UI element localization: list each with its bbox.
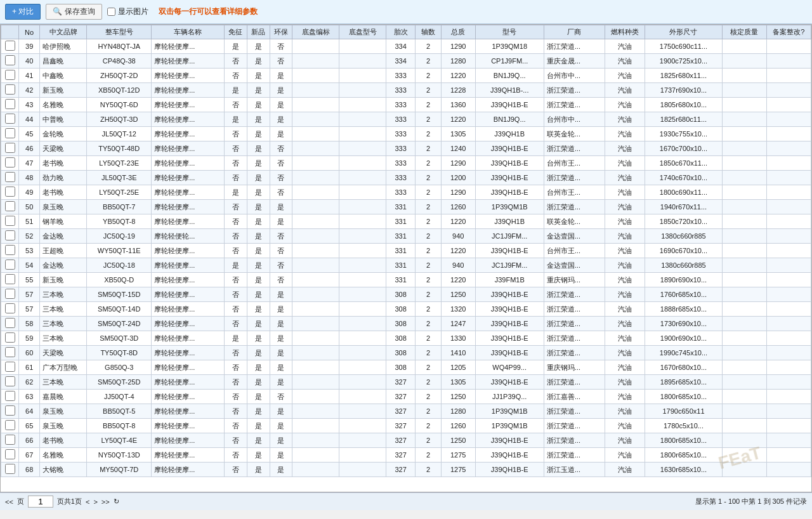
row-chassis2	[339, 404, 386, 419]
row-pub3: 否	[270, 258, 292, 273]
row-check[interactable]	[1, 112, 19, 127]
row-check[interactable]	[1, 448, 19, 463]
row-chassis2	[339, 69, 386, 83]
table-row[interactable]: 68大铭晚MY50QT-7D摩轮轻便摩...否是是32721275J39QH1B…	[1, 463, 811, 477]
row-model: SM50QT-15D	[87, 287, 152, 302]
row-check[interactable]	[1, 141, 19, 156]
row-check[interactable]	[1, 331, 19, 346]
row-weight: 940	[441, 229, 475, 244]
row-check[interactable]	[1, 302, 19, 317]
row-cert-type: 汽油	[605, 83, 645, 98]
nav-next[interactable]: >	[93, 498, 97, 506]
th-check	[1, 25, 19, 39]
row-check[interactable]	[1, 39, 19, 54]
table-row[interactable]: 63嘉晨晚JJ50QT-4摩轮轻便摩...否是否32721250JJ1P39Q.…	[1, 390, 811, 404]
nav-prev[interactable]: <	[86, 498, 89, 506]
table-row[interactable]: 57三本晚SM50QT-14D摩轮轻便摩...否是是30821320J39QH1…	[1, 302, 811, 317]
row-weight: 1320	[441, 302, 475, 317]
table-row[interactable]: 57三本晚SM50QT-15D摩轮轻便摩...否是是30821250J39QH1…	[1, 287, 811, 302]
show-image-label[interactable]: 显示图片	[107, 6, 148, 17]
table-row[interactable]: 49老书晚LY50QT-25E摩轮轻便摩...是是否33321290J39QH1…	[1, 185, 811, 200]
table-row[interactable]: 45金轮晚JL50QT-12摩轮轻便摩...否是是33321305J39QH1B…	[1, 127, 811, 141]
table-row[interactable]: 46天梁晚TY50QT-48D摩轮轻便摩...否是否33321240J39QH1…	[1, 141, 811, 156]
row-load	[722, 404, 766, 419]
table-row[interactable]: 43名雅晚NY50QT-6D摩轮轻便摩...否是是33321360J39QH1B…	[1, 98, 811, 112]
row-check[interactable]	[1, 419, 19, 433]
row-check[interactable]	[1, 156, 19, 171]
show-image-checkbox[interactable]	[107, 8, 115, 16]
row-weight: 1250	[441, 287, 475, 302]
table-row[interactable]: 54金达晚JC50Q-18摩轮轻便摩...是是否3312940JC1J9FM..…	[1, 258, 811, 273]
row-cert-type: 汽油	[605, 69, 645, 83]
row-cert-type: 汽油	[605, 346, 645, 360]
row-pub3: 是	[270, 404, 292, 419]
row-pub3: 否	[270, 141, 292, 156]
table-row[interactable]: 52金达晚JC50Q-19摩轮轻便轮...否是否3312940JC1J9FM..…	[1, 229, 811, 244]
row-check[interactable]	[1, 54, 19, 69]
table-row[interactable]: 67名雅晚NY50QT-13D摩轮轻便摩...否是是32721275J39QH1…	[1, 448, 811, 463]
table-row[interactable]: 39哈伊照晚HYN48QT-JA摩轮轻便摩...是是否334212901P39Q…	[1, 39, 811, 54]
row-check[interactable]	[1, 433, 19, 448]
row-check[interactable]	[1, 244, 19, 258]
row-cert-mfr: 浙江荣道...	[544, 404, 605, 419]
row-pub1: 否	[225, 214, 247, 229]
row-check[interactable]	[1, 171, 19, 185]
table-row[interactable]: 41中鑫晚ZH50QT-2D摩轮轻便摩...否是是33321220BN1J9Q.…	[1, 69, 811, 83]
table-row[interactable]: 40昌鑫晚CP48Q-38摩轮轻便摩...否是否33421280CP1J9FM.…	[1, 54, 811, 69]
row-chassis	[292, 214, 339, 229]
table-row[interactable]: 60天梁晚TY50QT-8D摩轮轻便摩...否是是30821410J39QH1B…	[1, 346, 811, 360]
row-check[interactable]	[1, 127, 19, 141]
row-check[interactable]	[1, 404, 19, 419]
th-outer: 外形尺寸	[645, 25, 722, 39]
table-row[interactable]: 64泉玉晚BB50QT-5摩轮轻便摩...否是是327212801P39QM1B…	[1, 404, 811, 419]
page-input[interactable]	[28, 496, 53, 508]
row-cert-type: 汽油	[605, 54, 645, 69]
row-check[interactable]	[1, 200, 19, 214]
row-load	[722, 419, 766, 433]
table-row[interactable]: 50泉玉晚BB50QT-7摩轮轻便摩...否是是331212601P39QM1B…	[1, 200, 811, 214]
table-row[interactable]: 66老书晚LY50QT-4E摩轮轻便摩...否是是32721250J39QH1B…	[1, 433, 811, 448]
table-row[interactable]: 62三本晚SM50QT-25D摩轮轻便摩...否是是32721305J39QH1…	[1, 375, 811, 390]
nav-first[interactable]: <<	[5, 498, 13, 506]
row-cert-type: 汽油	[605, 448, 645, 463]
table-row[interactable]: 44中普晚ZH50QT-3D摩轮轻便摩...是是是33321220BN1J9Q.…	[1, 112, 811, 127]
table-row[interactable]: 65泉玉晚BB50QT-8摩轮轻便摩...否是是327212601P39QM1B…	[1, 419, 811, 433]
row-check[interactable]	[1, 375, 19, 390]
row-check[interactable]	[1, 83, 19, 98]
row-check[interactable]	[1, 69, 19, 83]
row-check[interactable]	[1, 287, 19, 302]
table-row[interactable]: 59三本晚SM50QT-3D摩轮轻便摩...是是是30821330J39QH1B…	[1, 331, 811, 346]
row-pub1: 否	[225, 433, 247, 448]
row-outer: 1790c650x11	[645, 404, 722, 419]
row-cert-mfr: 联英金轮...	[544, 127, 605, 141]
row-check[interactable]	[1, 98, 19, 112]
row-cert-type: 汽油	[605, 302, 645, 317]
row-pub3: 否	[270, 171, 292, 185]
row-outer: 1737r690x10...	[645, 83, 722, 98]
row-check[interactable]	[1, 360, 19, 375]
row-check[interactable]	[1, 214, 19, 229]
save-query-button[interactable]: 🔍 保存查询	[46, 4, 102, 20]
row-check[interactable]	[1, 390, 19, 404]
row-level: 333	[386, 141, 416, 156]
table-row[interactable]: 53王超晚WY50QT-11E摩轮轻便摩...否是否33121220J39QH1…	[1, 244, 811, 258]
table-row[interactable]: 51钢羊晚YB50QT-8摩轮轻便摩...否是是33121220J39QH1B联…	[1, 214, 811, 229]
row-check[interactable]	[1, 317, 19, 331]
row-pub3: 是	[270, 302, 292, 317]
row-check[interactable]	[1, 258, 19, 273]
row-check[interactable]	[1, 273, 19, 287]
table-row[interactable]: 55新玉晚XB50Q-D摩轮轻便摩...否是否33121220J39FM1B重庆…	[1, 273, 811, 287]
row-check[interactable]	[1, 463, 19, 477]
refresh-icon[interactable]: ↻	[114, 497, 119, 506]
table-row[interactable]: 48劲力晚JL50QT-3E摩轮轻便摩...否是否33321200J39QH1B…	[1, 171, 811, 185]
table-row[interactable]: 47老书晚LY50QT-23E摩轮轻便摩...否是否33321290J39QH1…	[1, 156, 811, 171]
row-check[interactable]	[1, 185, 19, 200]
compare-button[interactable]: + 对比	[5, 4, 41, 20]
row-load	[722, 448, 766, 463]
table-row[interactable]: 42新玉晚XB50QT-12D摩轮轻便摩...是是是33321228J39QH1…	[1, 83, 811, 98]
nav-last[interactable]: >>	[102, 498, 110, 506]
table-row[interactable]: 61广本万型晚G850Q-3摩轮轻便摩...否是是30821205WQ4P99.…	[1, 360, 811, 375]
row-check[interactable]	[1, 346, 19, 360]
row-check[interactable]	[1, 229, 19, 244]
table-row[interactable]: 58三本晚SM50QT-24D摩轮轻便摩...否是是30821247J39QH1…	[1, 317, 811, 331]
